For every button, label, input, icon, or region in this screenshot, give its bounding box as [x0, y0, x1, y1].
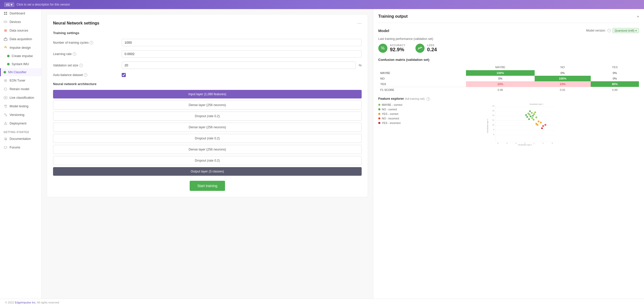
eon-tuner-icon [4, 79, 8, 83]
cm-row-yes-label: YES [378, 81, 466, 87]
sidebar-item-versioning[interactable]: Versioning [0, 111, 41, 119]
output-layer[interactable]: Output layer (3 classes) [53, 167, 362, 176]
model-version-info-icon[interactable]: ? [607, 29, 611, 32]
model-version: Model version: ? Quantized (int8) ▾ [586, 28, 639, 33]
right-panel: Training output ▾ Model Model version: ?… [373, 9, 644, 299]
model-version-select[interactable]: Quantized (int8) ▾ [612, 28, 639, 33]
auto-balance-checkbox[interactable] [122, 73, 126, 77]
svg-point-47 [530, 116, 531, 117]
svg-point-65 [544, 124, 546, 126]
svg-point-57 [529, 110, 531, 112]
learning-rate-info-icon[interactable]: ? [73, 52, 76, 56]
validation-size-input[interactable] [122, 62, 356, 69]
legend-yes-correct-label: YES - correct [382, 112, 398, 115]
card-menu-button[interactable]: ⋯ [357, 20, 362, 26]
accuracy-value: 92.9% [390, 47, 405, 53]
svg-rect-4 [4, 21, 6, 23]
retrain-model-icon [4, 87, 8, 91]
validation-size-row: Validation set size ? % [53, 62, 362, 69]
svg-text:13: 13 [492, 110, 494, 112]
sidebar-label-eon-tuner: EON Tuner [10, 79, 26, 82]
sidebar-item-syntant-imu[interactable]: Syntant IMU [0, 60, 41, 68]
sidebar-item-eon-tuner[interactable]: EON Tuner [0, 76, 41, 85]
sidebar-label-create-impulse: Create impulse [12, 54, 33, 58]
sidebar-item-retrain-model[interactable]: Retrain model [0, 85, 41, 93]
footer-company-link[interactable]: EdgeImpulse Inc. [15, 301, 36, 304]
loss-label: LOSS [427, 44, 437, 47]
svg-point-12 [5, 97, 6, 98]
dense-layer-2-label: Dense layer (256 neurons) [189, 125, 226, 129]
footer-copyright: © 2022 [5, 301, 14, 304]
sidebar-item-deployment[interactable]: Deployment [0, 119, 41, 128]
getting-started-label: GETTING STARTED [0, 128, 41, 135]
svg-point-56 [535, 116, 537, 118]
validation-size-label-text: Validation set size [53, 64, 78, 67]
version-dropdown-chevron: ▾ [635, 29, 637, 32]
input-layer-label: Input layer (1,080 features) [188, 92, 226, 96]
sidebar-item-impulse-design[interactable]: Impulse design [0, 43, 41, 52]
training-cycles-input[interactable] [122, 39, 362, 46]
training-cycles-row: Number of training cycles ? [53, 39, 362, 46]
version-badge[interactable]: #1 ▾ [4, 2, 14, 7]
scatter-svg: 14 13 12 11 10 9 8 [406, 103, 639, 149]
auto-balance-info-icon[interactable]: ? [84, 73, 87, 77]
learning-rate-label-text: Learning rate [53, 52, 72, 56]
output-layer-label: Output layer (3 classes) [191, 170, 224, 173]
svg-text:Visualization layer 1: Visualization layer 1 [529, 103, 543, 105]
cm-cell-yes-no: 10% [535, 81, 591, 87]
cm-cell-maybe-maybe: 100% [466, 70, 534, 76]
scatter-plot: 14 13 12 11 10 9 8 [406, 103, 639, 149]
legend-no-incorrect: NO - incorrect [378, 117, 402, 120]
training-cycles-info-icon[interactable]: ? [90, 41, 93, 44]
deployment-icon [4, 121, 8, 125]
model-version-label: Model version: [586, 29, 606, 32]
loss-info: LOSS 0.24 [427, 44, 437, 53]
legend-no-correct-label: NO - correct [382, 108, 397, 111]
dropout-layer-2[interactable]: Dropout (rate 0.2) [53, 134, 362, 143]
sidebar-item-create-impulse[interactable]: Create impulse [0, 52, 41, 60]
svg-line-15 [5, 114, 6, 115]
loss-metric: LOSS 0.24 [415, 44, 437, 53]
sidebar-item-documentation[interactable]: ▶ Documentation [0, 135, 41, 143]
version-description[interactable]: Click to set a description for this vers… [16, 3, 70, 6]
fe-title: Feature explorer (full training set) ? [378, 97, 639, 101]
learning-rate-input[interactable] [122, 50, 362, 58]
sidebar-item-forums[interactable]: Forums [0, 143, 41, 152]
output-dropdown-icon[interactable]: ▾ [637, 15, 639, 18]
cm-row-no-label: NO [378, 76, 466, 81]
sidebar-item-devices[interactable]: Devices [0, 18, 41, 26]
svg-point-46 [531, 112, 533, 114]
dense-layer-3[interactable]: Dense layer (256 neurons) [53, 145, 362, 154]
cm-th-no: NO [535, 64, 591, 70]
dropout-layer-1[interactable]: Dropout (rate 0.2) [53, 112, 362, 121]
sidebar-item-live-classification[interactable]: Live classification [0, 93, 41, 102]
data-acquisition-icon [4, 37, 8, 41]
svg-text:-1: -1 [515, 142, 517, 144]
sidebar-item-data-acquisition[interactable]: Data acquisition [0, 35, 41, 43]
sidebar-item-data-sources[interactable]: Data sources [0, 26, 41, 35]
dropout-layer-3[interactable]: Dropout (rate 0.2) [53, 156, 362, 165]
cm-cell-maybe-no: 0% [535, 70, 591, 76]
validation-size-info-icon[interactable]: ? [79, 64, 83, 67]
sidebar-item-nn-classifier[interactable]: NN Classifier [0, 68, 41, 76]
svg-rect-1 [6, 12, 7, 13]
accuracy-metric: % ACCURACY 92.9% [378, 44, 405, 53]
svg-point-48 [527, 113, 529, 114]
dense-layer-2[interactable]: Dense layer (256 neurons) [53, 123, 362, 132]
sidebar-item-model-testing[interactable]: Model testing [0, 102, 41, 111]
fe-info-icon[interactable]: ? [427, 97, 430, 101]
dense-layer-1[interactable]: Dense layer (256 neurons) [53, 100, 362, 110]
accuracy-label: ACCURACY [390, 44, 405, 47]
loss-value: 0.24 [427, 47, 437, 53]
svg-text:11: 11 [492, 119, 494, 121]
input-layer[interactable]: Input layer (1,080 features) [53, 90, 362, 98]
model-title: Model [378, 29, 389, 33]
legend-no-correct-dot [378, 108, 380, 110]
cm-f1-label: F1 SCORE [378, 87, 466, 93]
loss-icon [415, 44, 425, 53]
architecture-title: Neural network architecture [53, 82, 362, 86]
nn-settings-card: Neural Network settings ⋯ Training setti… [47, 14, 368, 197]
cm-cell-yes-yes: 80% [591, 81, 639, 87]
sidebar-item-dashboard[interactable]: Dashboard [0, 9, 41, 18]
start-training-button[interactable]: Start training [190, 181, 225, 191]
